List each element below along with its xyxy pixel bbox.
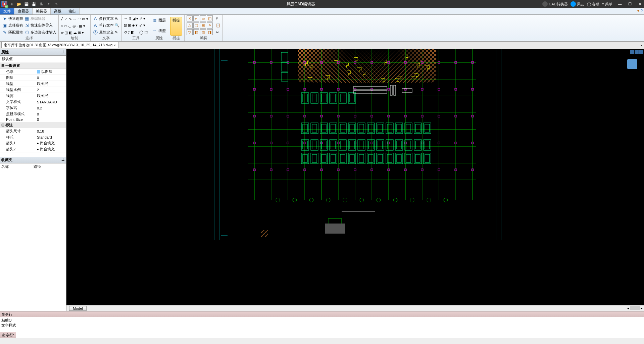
leader4-icon[interactable]: ▾ bbox=[143, 23, 145, 28]
dim1-icon[interactable]: ↔ bbox=[124, 16, 128, 20]
tab-viewer[interactable]: 查看器 bbox=[14, 8, 33, 14]
prop-textheight[interactable]: 字体高0.2 bbox=[0, 105, 66, 111]
prop-arrowsize[interactable]: 箭头尺寸0.18 bbox=[0, 128, 66, 134]
cut-icon[interactable]: ✂ bbox=[216, 30, 220, 35]
prop-dimstyle[interactable]: 样式Standard bbox=[0, 134, 66, 140]
model-tab[interactable]: Model bbox=[69, 306, 87, 311]
arc2-icon[interactable]: ◡ bbox=[68, 24, 71, 28]
textedit-icon[interactable]: ✎ bbox=[115, 30, 119, 35]
leader2-icon[interactable]: ▾ bbox=[143, 16, 145, 21]
paste-icon[interactable]: 📋 bbox=[216, 23, 220, 28]
tab-advanced[interactable]: 高级 bbox=[51, 8, 65, 14]
e1-icon[interactable]: ✕ bbox=[187, 15, 193, 21]
textfind-icon[interactable]: 🔍 bbox=[115, 23, 119, 28]
block-editor-button[interactable]: ▦块编辑器 bbox=[24, 16, 56, 21]
donut-icon[interactable]: ◎ bbox=[72, 24, 76, 28]
doc-close-icon[interactable]: × bbox=[114, 43, 116, 47]
prop-lineweight[interactable]: 线宽以图层 bbox=[0, 93, 66, 99]
more2-icon[interactable]: ▾ bbox=[83, 24, 85, 28]
leader6-icon[interactable]: ⬚ bbox=[144, 30, 148, 35]
more3-icon[interactable]: ▾ bbox=[82, 31, 84, 35]
help-icon[interactable]: ? bbox=[641, 9, 643, 13]
tabs-close-icon[interactable]: × bbox=[641, 43, 643, 47]
tab-editor[interactable]: 编辑器 bbox=[33, 8, 51, 14]
region-icon[interactable]: ▱ bbox=[61, 31, 63, 35]
e12-icon[interactable]: ◨ bbox=[207, 29, 213, 35]
spline-icon[interactable]: ～ bbox=[73, 16, 77, 21]
layer-button[interactable]: ≣图层 bbox=[152, 18, 166, 23]
mtext-button[interactable]: A多行文本 bbox=[93, 16, 114, 21]
point-icon[interactable]: · bbox=[77, 24, 78, 28]
viewcube[interactable] bbox=[627, 59, 637, 69]
cat-general[interactable]: ⊟ 一般设置 bbox=[0, 63, 66, 69]
poly-import-button[interactable]: ⬠多边形实体输入 bbox=[24, 30, 56, 35]
redo-icon[interactable]: ↷ bbox=[53, 1, 59, 7]
prop-ptsize[interactable]: Point Size0 bbox=[0, 117, 66, 122]
leader3-icon[interactable]: ↙ bbox=[139, 23, 142, 28]
undo-icon[interactable]: ↶ bbox=[46, 1, 52, 7]
close-button[interactable]: ✕ bbox=[637, 1, 643, 7]
e11-icon[interactable]: ▥ bbox=[200, 29, 206, 35]
boundary-icon[interactable]: ◫ bbox=[64, 31, 68, 35]
scroll-track[interactable] bbox=[630, 306, 640, 310]
dtext-button[interactable]: A单行文本 bbox=[93, 23, 114, 28]
pin2-icon[interactable]: ⊥ bbox=[61, 157, 65, 162]
dim10-icon[interactable]: ⤴ bbox=[128, 31, 130, 35]
dim6-icon[interactable]: ⊞ bbox=[128, 23, 131, 28]
properties-list[interactable]: ⊟ 一般设置 色彩以图层 图层0 线型以图层 线型比例2 线宽以图层 文字样式S… bbox=[0, 63, 66, 157]
e5-icon[interactable]: △ bbox=[187, 22, 193, 29]
prop-color[interactable]: 色彩以图层 bbox=[0, 69, 66, 75]
command-history[interactable]: 粘贴Q 文字样式 bbox=[0, 317, 644, 332]
tab-file[interactable]: 文件 bbox=[0, 8, 14, 14]
e7-icon[interactable]: ▤ bbox=[200, 22, 206, 29]
save-icon[interactable]: 💾 bbox=[23, 1, 30, 7]
select-all-button[interactable]: ▣选择所有 bbox=[2, 23, 23, 28]
pin-icon[interactable]: ⊥ bbox=[61, 50, 65, 55]
leader5-icon[interactable]: ◯ bbox=[139, 30, 143, 35]
prop-arrow1[interactable]: 箭头1▸ 闭合填充 bbox=[0, 140, 66, 146]
dim4-icon[interactable]: ▾ bbox=[136, 16, 138, 21]
prop-ptmode[interactable]: 点显示模式0 bbox=[0, 111, 66, 117]
e10-icon[interactable]: ◧ bbox=[193, 29, 199, 35]
quick-import-button[interactable]: ⇲快速实体导入 bbox=[24, 23, 56, 28]
e8-icon[interactable]: ✎ bbox=[207, 22, 213, 29]
scroll-left-icon[interactable]: ◂ bbox=[627, 306, 629, 310]
line-icon[interactable]: ╱ bbox=[61, 17, 63, 21]
textstyle-icon[interactable]: Aᵢ bbox=[115, 16, 119, 21]
minimize-button[interactable]: — bbox=[617, 1, 623, 7]
prop-linetype[interactable]: 线型以图层 bbox=[0, 81, 66, 87]
saveas-icon[interactable]: 💾 bbox=[31, 1, 37, 7]
quick-select-button[interactable]: ➤快速选择 bbox=[2, 16, 23, 21]
e2-icon[interactable]: ⌐ bbox=[193, 15, 199, 21]
dim9-icon[interactable]: ⟲ bbox=[124, 30, 127, 35]
doc-tab[interactable]: 南车库车位修改01.31出图_t3.dwg2020-08-13_10_25_14… bbox=[1, 42, 118, 48]
vp-max-icon[interactable] bbox=[635, 50, 639, 54]
e3-icon[interactable]: ▭ bbox=[200, 15, 206, 21]
new-icon[interactable]: ✚ bbox=[9, 1, 15, 7]
dim3-icon[interactable]: ◢ bbox=[133, 16, 135, 21]
more1-icon[interactable]: ▾ bbox=[86, 17, 88, 21]
drawing-canvas[interactable] bbox=[66, 49, 644, 305]
leader1-icon[interactable]: ↗ bbox=[139, 16, 142, 21]
dim2-icon[interactable]: ⇕ bbox=[129, 16, 132, 21]
prop-textstyle[interactable]: 文字样式STANDARD bbox=[0, 99, 66, 105]
hatch-icon[interactable]: ▦ bbox=[79, 24, 82, 28]
dim11-icon[interactable]: ◧ bbox=[131, 30, 134, 35]
vp-min-icon[interactable] bbox=[630, 50, 634, 54]
help-dropdown-icon[interactable]: ▾ bbox=[637, 9, 639, 13]
brand-button[interactable]: 风云 bbox=[571, 1, 584, 7]
prop-layer[interactable]: 图层0 bbox=[0, 75, 66, 81]
snap-button[interactable]: 捕捉 bbox=[170, 17, 182, 36]
copy-icon[interactable]: ⎘ bbox=[216, 16, 220, 20]
prop-ltscale[interactable]: 线型比例2 bbox=[0, 87, 66, 93]
wipeout-icon[interactable]: ◧ bbox=[69, 31, 72, 35]
default-combo[interactable]: 默认值 bbox=[0, 56, 66, 62]
vp-close-icon[interactable] bbox=[639, 50, 643, 54]
tab-output[interactable]: 输出 bbox=[65, 8, 80, 14]
print-icon[interactable]: 🖶 bbox=[38, 1, 44, 7]
maximize-button[interactable]: ❐ bbox=[627, 1, 633, 7]
rect-icon[interactable]: ▭ bbox=[82, 17, 85, 21]
e9-icon[interactable]: ▽ bbox=[187, 29, 193, 35]
favorites-list[interactable]: 名称 路径 bbox=[0, 163, 66, 311]
dim5-icon[interactable]: ⊡ bbox=[124, 23, 127, 28]
